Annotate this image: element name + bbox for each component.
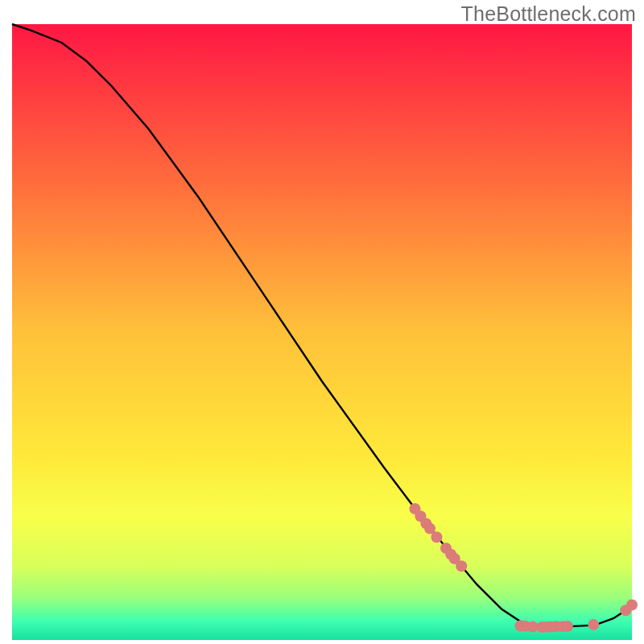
chart-container: TheBottleneck.com: [0, 0, 644, 644]
chart-background: [12, 24, 632, 640]
data-marker: [456, 560, 467, 572]
data-marker: [431, 531, 442, 543]
chart-plot: [0, 0, 644, 644]
data-marker: [588, 619, 599, 630]
data-marker: [562, 621, 573, 632]
data-marker: [626, 599, 638, 610]
watermark-label: TheBottleneck.com: [461, 2, 636, 26]
